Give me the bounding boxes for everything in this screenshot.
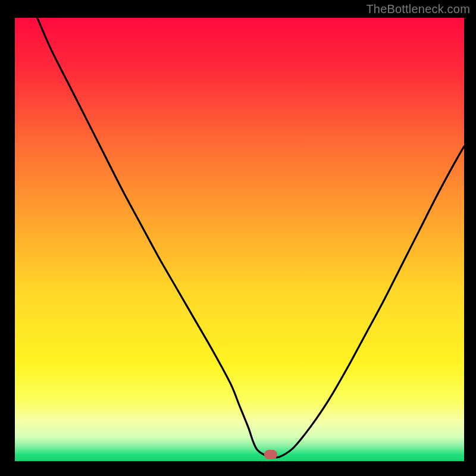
chart-frame: TheBottleneck.com <box>0 0 476 476</box>
watermark-text: TheBottleneck.com <box>366 2 470 16</box>
plot-area <box>15 18 464 461</box>
bottleneck-marker <box>264 450 277 459</box>
gradient-background <box>15 18 464 461</box>
plot-svg <box>15 18 464 461</box>
